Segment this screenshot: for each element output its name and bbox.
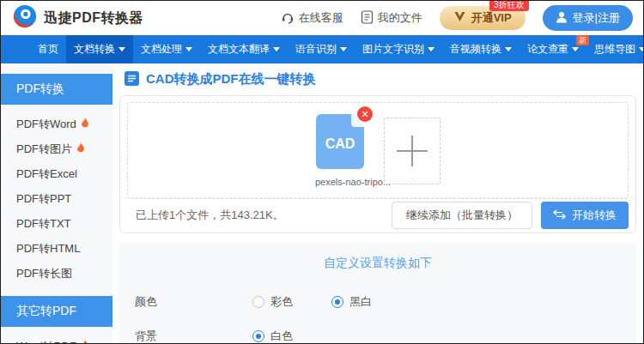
- vip-discount-badge: 3折狂欢: [489, 0, 529, 11]
- radio-checked-icon: [252, 330, 264, 342]
- open-vip-button[interactable]: 开通VIP 3折狂欢: [440, 6, 526, 30]
- nav-item-doc-process[interactable]: 文档处理: [133, 35, 200, 63]
- page-icon: [125, 71, 139, 88]
- radio-unchecked-icon: [252, 296, 264, 308]
- sidebar-item-pdf-to-html[interactable]: PDF转HTML: [1, 236, 112, 261]
- logo-icon: [13, 4, 37, 32]
- upload-footer: 已上传1个文件，共143.21K。 继续添加（批量转换） 开始转换: [120, 197, 635, 232]
- page-body: PDF转换 PDF转Word PDF转图片 PDF转Excel PDF转PPT …: [1, 63, 643, 343]
- sidebar-item-word-to-pdf[interactable]: Word转PDF: [1, 334, 112, 343]
- color-setting-row: 颜色 彩色 黑白: [119, 285, 636, 319]
- chevron-down-icon: [505, 47, 512, 51]
- radio-color-colored[interactable]: 彩色: [252, 294, 331, 310]
- chevron-down-icon: [572, 47, 579, 51]
- nav-item-doc-translate[interactable]: 文档文本翻译: [200, 35, 288, 63]
- main-nav: 首页 文档转换 文档处理 文档文本翻译 语音识别 图片文字识别 音视频转换 论文…: [1, 35, 643, 63]
- my-files-label: 我的文件: [378, 10, 422, 26]
- sidebar: PDF转换 PDF转Word PDF转图片 PDF转Excel PDF转PPT …: [1, 63, 112, 343]
- svg-text:CAD: CAD: [325, 136, 355, 151]
- radio-checked-icon: [331, 296, 343, 308]
- add-file-button[interactable]: [384, 118, 440, 184]
- cad-file-icon: CAD: [316, 114, 364, 169]
- footer-buttons: 继续添加（批量转换） 开始转换: [392, 202, 629, 229]
- settings-panel: 自定义设置转换如下 颜色 彩色 黑白 背景 白: [119, 243, 636, 343]
- swap-icon: [553, 209, 566, 222]
- online-service-label: 在线客服: [299, 10, 343, 26]
- radio-color-blackwhite[interactable]: 黑白: [331, 294, 410, 310]
- logo[interactable]: 迅捷PDF转换器: [13, 4, 143, 32]
- app-window: 迅捷PDF转换器 在线客服: [0, 0, 644, 344]
- upload-card: ✕ CAD pexels-nao-tripo... 已上传1个文件，共143.2…: [119, 95, 636, 233]
- user-icon: [556, 11, 568, 26]
- flame-icon: [81, 340, 89, 343]
- flame-icon: [76, 142, 85, 155]
- color-label: 颜色: [135, 294, 252, 310]
- header-actions: 在线客服 我的文件 开通VIP 3折狂欢: [281, 5, 633, 31]
- nav-item-doc-convert[interactable]: 文档转换: [66, 35, 133, 63]
- plus-icon: [397, 136, 428, 166]
- add-more-button[interactable]: 继续添加（批量转换）: [392, 202, 532, 229]
- vip-label: 开通VIP: [471, 10, 512, 26]
- app-title: 迅捷PDF转换器: [44, 9, 143, 27]
- nav-item-paper-check[interactable]: 论文查重新: [519, 35, 586, 63]
- chevron-down-icon: [340, 47, 347, 51]
- login-label: 登录|注册: [573, 10, 620, 26]
- background-label: 背景: [135, 329, 252, 343]
- flame-icon: [81, 118, 89, 130]
- nav-item-speech-recognition[interactable]: 语音识别: [288, 35, 355, 63]
- file-name: pexels-nao-tripo...: [315, 177, 365, 187]
- sidebar-item-pdf-to-longimage[interactable]: PDF转长图: [1, 261, 112, 286]
- document-icon: [361, 10, 374, 27]
- settings-title: 自定义设置转换如下: [119, 256, 636, 271]
- vip-icon: [453, 11, 466, 25]
- top-header: 迅捷PDF转换器 在线客服: [1, 1, 643, 35]
- sidebar-item-pdf-to-excel[interactable]: PDF转Excel: [1, 161, 112, 186]
- convert-label: 开始转换: [572, 208, 617, 223]
- page-title-row: CAD转换成PDF在线一键转换: [119, 63, 636, 95]
- nav-item-mindmap[interactable]: 思维导图: [586, 35, 644, 63]
- page-title: CAD转换成PDF在线一键转换: [146, 71, 316, 88]
- headset-icon: [281, 10, 295, 27]
- nav-item-home[interactable]: 首页: [30, 35, 66, 63]
- drop-zone[interactable]: ✕ CAD pexels-nao-tripo...: [127, 102, 629, 199]
- sidebar-item-pdf-to-image[interactable]: PDF转图片: [1, 136, 112, 161]
- sidebar-item-pdf-to-ppt[interactable]: PDF转PPT: [1, 186, 112, 211]
- online-service-link[interactable]: 在线客服: [281, 10, 343, 27]
- start-convert-button[interactable]: 开始转换: [541, 202, 629, 229]
- chevron-down-icon: [273, 47, 280, 51]
- chevron-down-icon: [639, 47, 644, 51]
- chevron-down-icon: [118, 47, 125, 51]
- my-files-link[interactable]: 我的文件: [361, 10, 422, 27]
- login-register-button[interactable]: 登录|注册: [543, 5, 633, 31]
- upload-status: 已上传1个文件，共143.21K。: [136, 208, 284, 223]
- chevron-down-icon: [185, 47, 192, 51]
- sidebar-header-other-to-pdf[interactable]: 其它转PDF: [1, 296, 112, 327]
- background-setting-row: 背景 白色: [119, 319, 636, 343]
- main-content: CAD转换成PDF在线一键转换 ✕ CAD pexels-nao-tripo..…: [112, 63, 643, 343]
- sidebar-item-pdf-to-word[interactable]: PDF转Word: [1, 112, 112, 136]
- chevron-down-icon: [428, 47, 434, 51]
- nav-item-ocr[interactable]: 图片文字识别: [355, 35, 442, 63]
- sidebar-item-pdf-to-txt[interactable]: PDF转TXT: [1, 211, 112, 236]
- radio-background-white[interactable]: 白色: [252, 329, 331, 343]
- nav-item-av-convert[interactable]: 音视频转换: [442, 35, 519, 63]
- sidebar-header-pdf-convert[interactable]: PDF转换: [1, 74, 112, 105]
- uploaded-file: ✕ CAD pexels-nao-tripo...: [315, 114, 365, 187]
- close-icon[interactable]: ✕: [357, 106, 373, 122]
